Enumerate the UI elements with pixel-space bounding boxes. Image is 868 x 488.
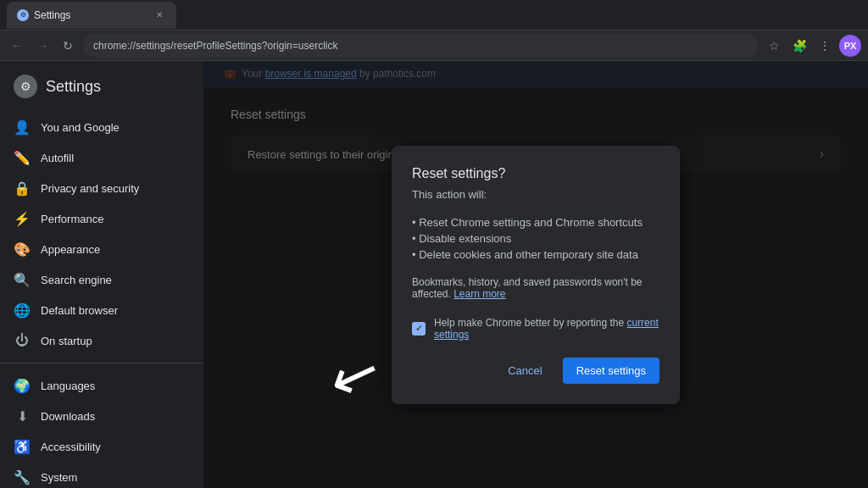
list-item-1: Reset Chrome settings and Chrome shortcu… [412,214,659,230]
performance-label: Performance [41,213,103,225]
cancel-button[interactable]: Cancel [494,358,555,384]
sidebar-item-default-browser[interactable]: 🌐 Default browser [0,295,197,325]
dialog-note: Bookmarks, history, and saved passwords … [412,276,659,300]
reset-dialog: Reset settings? This action will: Reset … [392,146,680,404]
accessibility-icon: ♿ [14,438,31,455]
settings-tab[interactable]: ⚙ Settings ✕ [7,2,176,29]
dialog-overlay: Reset settings? This action will: Reset … [203,61,868,488]
on-startup-label: On startup [41,335,92,347]
menu-icon[interactable]: ⋮ [814,35,836,57]
you-and-google-icon: 👤 [14,119,31,136]
system-label: System [41,471,77,484]
privacy-icon: 🔒 [14,180,31,197]
system-icon: 🔧 [14,469,31,485]
downloads-icon: ⬇ [14,408,31,424]
dialog-note-text: Bookmarks, history, and saved passwords … [412,276,643,300]
learn-more-link[interactable]: Learn more [453,288,505,300]
sidebar-item-you-and-google[interactable]: 👤 You and Google [0,112,197,142]
address-bar[interactable]: chrome://settings/resetProfileSettings?o… [83,34,758,58]
back-button[interactable]: ← [7,36,27,56]
sidebar-item-autofill[interactable]: ✏️ Autofill [0,142,197,173]
appearance-label: Appearance [41,243,100,256]
sidebar-item-system[interactable]: 🔧 System [0,462,197,488]
you-and-google-label: You and Google [41,121,120,134]
profile-avatar[interactable]: PX [839,35,861,57]
bookmark-icon[interactable]: ☆ [763,35,785,57]
extension-icon[interactable]: 🧩 [788,35,810,57]
help-chrome-checkbox[interactable]: ✓ [412,322,426,336]
accessibility-label: Accessibility [41,441,101,453]
checkbox-label-text: Help make Chrome better by reporting the [434,317,624,329]
sidebar-item-on-startup[interactable]: ⏻ On startup [0,325,197,356]
sidebar-item-downloads[interactable]: ⬇ Downloads [0,401,197,431]
tab-favicon: ⚙ [17,9,29,21]
performance-icon: ⚡ [14,210,31,227]
settings-logo: ⚙ [14,75,37,98]
sidebar-item-performance[interactable]: ⚡ Performance [0,203,197,234]
appearance-icon: 🎨 [14,241,31,258]
list-item-2: Disable extensions [412,230,659,247]
content-area: 💼 Your browser is managed by pathotics.c… [203,61,868,488]
toolbar-icons: ☆ 🧩 ⋮ PX [763,35,861,57]
forward-button[interactable]: → [32,36,53,56]
address-bar-row: ← → ↻ chrome://settings/resetProfileSett… [0,30,868,61]
search-engine-label: Search engine [41,274,112,286]
tab-bar: ⚙ Settings ✕ [7,1,861,30]
privacy-label: Privacy and security [41,182,139,195]
sidebar-item-search-engine[interactable]: 🔍 Search engine [0,264,197,295]
dialog-checkbox-label: Help make Chrome better by reporting the… [434,317,659,341]
default-browser-icon: 🌐 [14,302,31,319]
languages-icon: 🌍 [14,377,31,394]
browser-chrome: ⚙ Settings ✕ [0,0,868,30]
sidebar-header: ⚙ Settings [0,68,203,112]
sidebar-item-languages[interactable]: 🌍 Languages [0,370,197,401]
default-browser-label: Default browser [41,304,118,317]
autofill-label: Autofill [41,152,74,164]
tab-close-btn[interactable]: ✕ [153,8,166,22]
dialog-list: Reset Chrome settings and Chrome shortcu… [412,214,659,263]
sidebar-item-appearance[interactable]: 🎨 Appearance [0,234,197,264]
dialog-title: Reset settings? [412,166,659,181]
dialog-checkbox-row: ✓ Help make Chrome better by reporting t… [412,317,659,341]
main-layout: ⚙ Settings 👤 You and Google ✏️ Autofill … [0,61,868,488]
autofill-icon: ✏️ [14,149,31,166]
url-text: chrome://settings/resetProfileSettings?o… [93,40,748,52]
sidebar-item-privacy-security[interactable]: 🔒 Privacy and security [0,173,197,203]
downloads-label: Downloads [41,410,95,423]
tab-title: Settings [34,9,147,21]
settings-title: Settings [46,78,101,96]
sidebar-divider [0,363,203,363]
sidebar-item-accessibility[interactable]: ♿ Accessibility [0,431,197,462]
on-startup-icon: ⏻ [14,332,31,349]
sidebar: ⚙ Settings 👤 You and Google ✏️ Autofill … [0,61,203,488]
languages-label: Languages [41,380,95,392]
search-engine-icon: 🔍 [14,271,31,288]
dialog-buttons: Cancel Reset settings [412,358,659,384]
list-item-3: Delete cookies and other temporary site … [412,247,659,263]
reset-settings-button[interactable]: Reset settings [563,358,659,384]
refresh-button[interactable]: ↻ [58,36,78,56]
dialog-subtitle: This action will: [412,188,659,201]
